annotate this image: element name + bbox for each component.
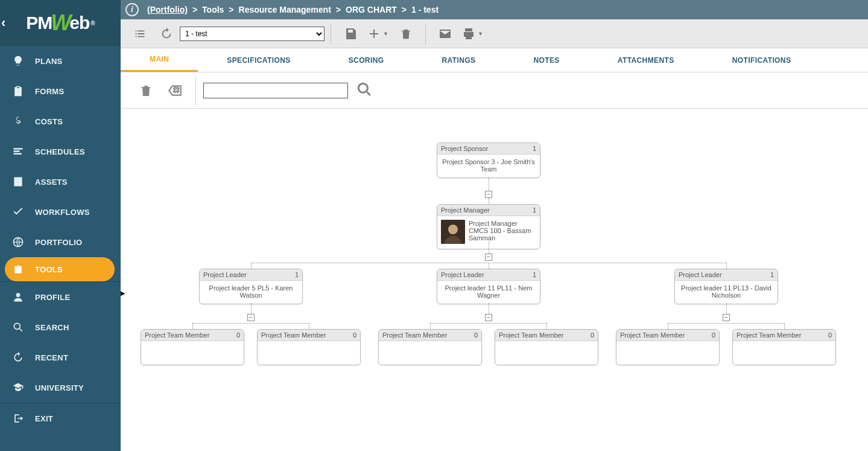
print-dropdown-caret-icon[interactable]: ▼ — [478, 31, 484, 37]
node-title: Project Leader — [203, 271, 247, 278]
org-node-leader[interactable]: Project Leader1 Project leader 11 PL11 -… — [437, 269, 540, 304]
clipboard-icon — [10, 83, 27, 100]
exit-icon — [10, 410, 27, 427]
node-text: Project leader 5 PL5 - Karen Watson — [203, 284, 299, 299]
collapse-toggle[interactable]: − — [485, 191, 492, 198]
node-title: Project Team Member — [382, 331, 447, 339]
info-icon[interactable]: i — [125, 3, 139, 16]
sidebar: ‹ PMWeb® PLANS FORMS COSTS SCHEDULES ASS… — [0, 0, 121, 451]
org-node-member[interactable]: Project Team Member0 — [378, 329, 482, 365]
node-title: Project Leader — [679, 271, 722, 278]
sidebar-item-label: FORMS — [35, 87, 64, 96]
sidebar-item-costs[interactable]: COSTS — [0, 106, 121, 136]
sidebar-item-profile[interactable]: PROFILE — [0, 282, 121, 312]
node-count: 0 — [236, 331, 240, 339]
clear-button[interactable] — [164, 80, 186, 101]
breadcrumb-part[interactable]: ORG CHART — [346, 5, 397, 14]
node-count: 1 — [533, 271, 536, 278]
svg-point-2 — [14, 323, 20, 329]
tab-main[interactable]: MAIN — [121, 48, 198, 72]
search-button[interactable] — [356, 82, 372, 100]
breadcrumb-root[interactable]: (Portfolio) — [147, 5, 188, 14]
node-title: Project Leader — [441, 271, 484, 278]
collapse-chevron-icon[interactable]: ‹ — [1, 15, 5, 31]
sidebar-item-label: COSTS — [35, 117, 63, 126]
tab-notifications[interactable]: NOTIFICATIONS — [703, 48, 820, 72]
tab-strip: MAIN SPECIFICATIONS SCORING RATINGS NOTE… — [121, 48, 868, 72]
org-node-member[interactable]: Project Team Member0 — [732, 329, 836, 365]
add-dropdown-caret-icon[interactable]: ▼ — [383, 31, 389, 37]
sidebar-item-recent[interactable]: RECENT — [0, 342, 121, 373]
org-node-sponsor[interactable]: Project Sponsor1 Project Sponsor 3 - Joe… — [437, 142, 540, 178]
email-button[interactable] — [433, 22, 457, 46]
breadcrumb-part[interactable]: Tools — [202, 5, 224, 14]
breadcrumb-part[interactable]: 1 - test — [411, 5, 439, 14]
print-button[interactable] — [460, 22, 478, 46]
history-icon — [10, 349, 27, 366]
collapse-toggle[interactable]: − — [247, 314, 255, 321]
collapse-toggle[interactable]: − — [485, 254, 492, 261]
logo-area: ‹ PMWeb® — [0, 0, 121, 46]
add-button[interactable] — [365, 22, 383, 46]
list-button[interactable] — [128, 22, 152, 46]
node-title: Project Team Member — [737, 331, 801, 339]
history-button[interactable] — [154, 22, 179, 46]
org-node-member[interactable]: Project Team Member0 — [257, 329, 361, 365]
delete-node-button[interactable] — [135, 80, 157, 101]
tab-notes[interactable]: NOTES — [504, 48, 588, 72]
sidebar-item-search[interactable]: SEARCH — [0, 312, 121, 342]
main-toolbar: 1 - test ▼ ▼ — [121, 19, 868, 48]
tab-ratings[interactable]: RATINGS — [413, 48, 504, 72]
org-node-member[interactable]: Project Team Member0 — [141, 329, 244, 365]
node-count: 0 — [474, 331, 478, 339]
graduation-icon — [10, 379, 27, 396]
sidebar-item-portfolio[interactable]: PORTFOLIO — [0, 227, 121, 257]
sidebar-item-label: PORTFOLIO — [35, 238, 83, 247]
tab-specifications[interactable]: SPECIFICATIONS — [198, 48, 319, 72]
sidebar-item-label: RECENT — [35, 353, 68, 362]
building-icon — [10, 173, 27, 190]
app-logo: PMWeb® — [26, 10, 94, 36]
org-node-leader[interactable]: Project Leader1 Project leader 5 PL5 - K… — [199, 269, 303, 304]
node-title: Project Team Member — [261, 331, 326, 339]
sidebar-item-plans[interactable]: PLANS — [0, 46, 121, 76]
node-count: 0 — [353, 331, 356, 339]
sidebar-item-assets[interactable]: ASSETS — [0, 167, 121, 197]
node-count: 0 — [712, 331, 715, 339]
org-node-member[interactable]: Project Team Member0 — [616, 329, 720, 365]
search-toolbar — [121, 72, 868, 109]
collapse-toggle[interactable]: − — [485, 314, 492, 321]
record-select[interactable]: 1 - test — [180, 27, 325, 41]
node-count: 0 — [591, 331, 594, 339]
sidebar-item-tools[interactable]: TOOLS — [5, 257, 115, 281]
delete-button[interactable] — [394, 22, 418, 46]
collapse-toggle[interactable]: − — [723, 314, 730, 321]
sidebar-item-schedules[interactable]: SCHEDULES — [0, 136, 121, 167]
node-text: Project leader 11 PL11 - Nem Wagner — [441, 284, 536, 299]
sidebar-item-workflows[interactable]: WORKFLOWS — [0, 197, 121, 227]
org-node-member[interactable]: Project Team Member0 — [495, 329, 598, 365]
node-text: Project Manager CMCS 100 - Bassam Samman — [469, 220, 536, 244]
globe-icon — [10, 234, 27, 251]
breadcrumb-bar: i (Portfolio) > Tools > Resource Managem… — [121, 0, 868, 19]
save-button[interactable] — [338, 22, 363, 46]
node-title: Project Manager — [441, 206, 490, 214]
sidebar-item-label: TOOLS — [35, 265, 63, 274]
sidebar-item-exit[interactable]: EXIT — [0, 403, 121, 433]
node-count: 1 — [533, 145, 536, 152]
org-node-leader[interactable]: Project Leader1 Project leader 11 PL13 -… — [674, 269, 778, 304]
sidebar-item-label: PROFILE — [35, 293, 70, 302]
node-title: Project Team Member — [620, 331, 685, 339]
node-title: Project Team Member — [145, 331, 209, 339]
sidebar-item-forms[interactable]: FORMS — [0, 76, 121, 106]
node-text: Project leader 11 PL13 - David Nicholson — [679, 284, 774, 299]
tab-attachments[interactable]: ATTACHMENTS — [589, 48, 703, 72]
sidebar-item-university[interactable]: UNIVERSITY — [0, 373, 121, 403]
search-input[interactable] — [203, 83, 348, 98]
tab-scoring[interactable]: SCORING — [320, 48, 413, 72]
breadcrumb-part[interactable]: Resource Management — [239, 5, 331, 14]
sidebar-item-label: UNIVERSITY — [35, 383, 84, 392]
node-text: Project Sponsor 3 - Joe Smith's Team — [441, 158, 536, 173]
node-count: 1 — [770, 271, 774, 278]
sidebar-expand-caret-icon[interactable]: ▶ — [121, 290, 125, 299]
